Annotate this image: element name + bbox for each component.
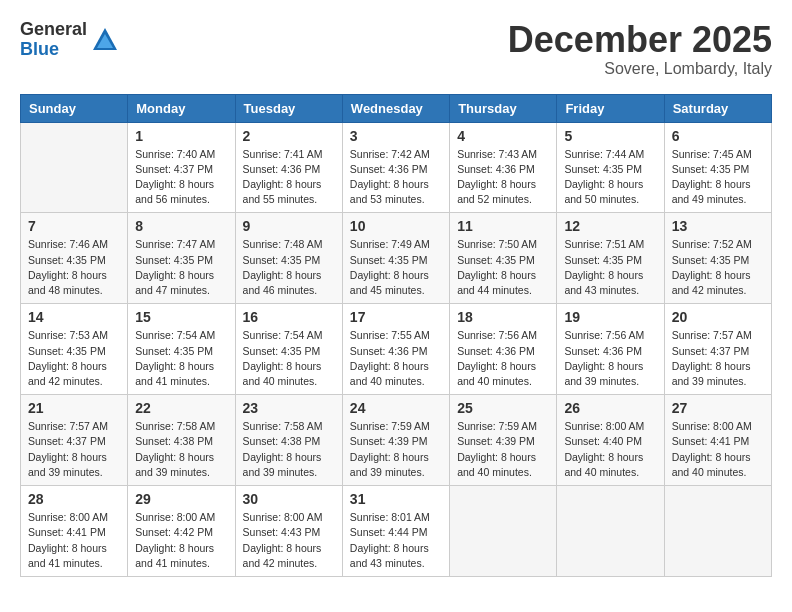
calendar-week-row: 14Sunrise: 7:53 AMSunset: 4:35 PMDayligh… [21, 304, 772, 395]
calendar-cell: 9Sunrise: 7:48 AMSunset: 4:35 PMDaylight… [235, 213, 342, 304]
day-number: 18 [457, 309, 549, 325]
calendar-table: SundayMondayTuesdayWednesdayThursdayFrid… [20, 94, 772, 577]
day-number: 5 [564, 128, 656, 144]
logo-general-text: General [20, 20, 87, 40]
calendar-cell: 25Sunrise: 7:59 AMSunset: 4:39 PMDayligh… [450, 395, 557, 486]
calendar-cell: 20Sunrise: 7:57 AMSunset: 4:37 PMDayligh… [664, 304, 771, 395]
day-number: 15 [135, 309, 227, 325]
day-number: 7 [28, 218, 120, 234]
page-header: General Blue December 2025 Sovere, Lomba… [20, 20, 772, 78]
day-info: Sunrise: 7:52 AMSunset: 4:35 PMDaylight:… [672, 237, 764, 298]
day-number: 16 [243, 309, 335, 325]
calendar-cell: 28Sunrise: 8:00 AMSunset: 4:41 PMDayligh… [21, 486, 128, 577]
day-number: 26 [564, 400, 656, 416]
weekday-header-friday: Friday [557, 94, 664, 122]
calendar-cell: 29Sunrise: 8:00 AMSunset: 4:42 PMDayligh… [128, 486, 235, 577]
day-info: Sunrise: 7:48 AMSunset: 4:35 PMDaylight:… [243, 237, 335, 298]
day-info: Sunrise: 8:00 AMSunset: 4:40 PMDaylight:… [564, 419, 656, 480]
day-info: Sunrise: 7:42 AMSunset: 4:36 PMDaylight:… [350, 147, 442, 208]
calendar-cell: 10Sunrise: 7:49 AMSunset: 4:35 PMDayligh… [342, 213, 449, 304]
day-info: Sunrise: 7:56 AMSunset: 4:36 PMDaylight:… [457, 328, 549, 389]
day-number: 12 [564, 218, 656, 234]
month-title: December 2025 [508, 20, 772, 60]
day-number: 14 [28, 309, 120, 325]
calendar-cell: 12Sunrise: 7:51 AMSunset: 4:35 PMDayligh… [557, 213, 664, 304]
calendar-cell: 22Sunrise: 7:58 AMSunset: 4:38 PMDayligh… [128, 395, 235, 486]
calendar-cell: 11Sunrise: 7:50 AMSunset: 4:35 PMDayligh… [450, 213, 557, 304]
calendar-cell: 14Sunrise: 7:53 AMSunset: 4:35 PMDayligh… [21, 304, 128, 395]
day-info: Sunrise: 7:59 AMSunset: 4:39 PMDaylight:… [350, 419, 442, 480]
day-number: 19 [564, 309, 656, 325]
day-info: Sunrise: 8:00 AMSunset: 4:41 PMDaylight:… [28, 510, 120, 571]
calendar-cell: 13Sunrise: 7:52 AMSunset: 4:35 PMDayligh… [664, 213, 771, 304]
weekday-header-thursday: Thursday [450, 94, 557, 122]
weekday-header-tuesday: Tuesday [235, 94, 342, 122]
day-info: Sunrise: 7:44 AMSunset: 4:35 PMDaylight:… [564, 147, 656, 208]
day-number: 30 [243, 491, 335, 507]
calendar-cell: 30Sunrise: 8:00 AMSunset: 4:43 PMDayligh… [235, 486, 342, 577]
day-number: 13 [672, 218, 764, 234]
weekday-header-sunday: Sunday [21, 94, 128, 122]
weekday-header-monday: Monday [128, 94, 235, 122]
day-info: Sunrise: 7:43 AMSunset: 4:36 PMDaylight:… [457, 147, 549, 208]
calendar-cell: 23Sunrise: 7:58 AMSunset: 4:38 PMDayligh… [235, 395, 342, 486]
title-block: December 2025 Sovere, Lombardy, Italy [508, 20, 772, 78]
calendar-cell: 26Sunrise: 8:00 AMSunset: 4:40 PMDayligh… [557, 395, 664, 486]
day-info: Sunrise: 7:57 AMSunset: 4:37 PMDaylight:… [672, 328, 764, 389]
day-number: 22 [135, 400, 227, 416]
day-info: Sunrise: 7:54 AMSunset: 4:35 PMDaylight:… [243, 328, 335, 389]
calendar-cell [21, 122, 128, 213]
calendar-cell: 24Sunrise: 7:59 AMSunset: 4:39 PMDayligh… [342, 395, 449, 486]
calendar-cell: 31Sunrise: 8:01 AMSunset: 4:44 PMDayligh… [342, 486, 449, 577]
day-info: Sunrise: 7:56 AMSunset: 4:36 PMDaylight:… [564, 328, 656, 389]
day-info: Sunrise: 8:00 AMSunset: 4:41 PMDaylight:… [672, 419, 764, 480]
day-number: 17 [350, 309, 442, 325]
weekday-header-wednesday: Wednesday [342, 94, 449, 122]
day-info: Sunrise: 8:00 AMSunset: 4:43 PMDaylight:… [243, 510, 335, 571]
calendar-cell: 1Sunrise: 7:40 AMSunset: 4:37 PMDaylight… [128, 122, 235, 213]
day-number: 10 [350, 218, 442, 234]
calendar-cell: 8Sunrise: 7:47 AMSunset: 4:35 PMDaylight… [128, 213, 235, 304]
day-info: Sunrise: 8:01 AMSunset: 4:44 PMDaylight:… [350, 510, 442, 571]
day-number: 1 [135, 128, 227, 144]
calendar-cell [557, 486, 664, 577]
calendar-cell: 16Sunrise: 7:54 AMSunset: 4:35 PMDayligh… [235, 304, 342, 395]
calendar-cell: 2Sunrise: 7:41 AMSunset: 4:36 PMDaylight… [235, 122, 342, 213]
calendar-cell: 27Sunrise: 8:00 AMSunset: 4:41 PMDayligh… [664, 395, 771, 486]
day-info: Sunrise: 7:58 AMSunset: 4:38 PMDaylight:… [243, 419, 335, 480]
day-info: Sunrise: 7:40 AMSunset: 4:37 PMDaylight:… [135, 147, 227, 208]
calendar-cell: 21Sunrise: 7:57 AMSunset: 4:37 PMDayligh… [21, 395, 128, 486]
day-info: Sunrise: 7:45 AMSunset: 4:35 PMDaylight:… [672, 147, 764, 208]
day-number: 24 [350, 400, 442, 416]
day-number: 3 [350, 128, 442, 144]
day-info: Sunrise: 7:50 AMSunset: 4:35 PMDaylight:… [457, 237, 549, 298]
day-number: 31 [350, 491, 442, 507]
calendar-cell: 7Sunrise: 7:46 AMSunset: 4:35 PMDaylight… [21, 213, 128, 304]
day-number: 20 [672, 309, 764, 325]
day-number: 9 [243, 218, 335, 234]
day-number: 25 [457, 400, 549, 416]
day-number: 4 [457, 128, 549, 144]
day-number: 27 [672, 400, 764, 416]
logo-icon [91, 26, 119, 54]
day-info: Sunrise: 7:41 AMSunset: 4:36 PMDaylight:… [243, 147, 335, 208]
day-info: Sunrise: 7:51 AMSunset: 4:35 PMDaylight:… [564, 237, 656, 298]
calendar-cell: 17Sunrise: 7:55 AMSunset: 4:36 PMDayligh… [342, 304, 449, 395]
calendar-cell: 6Sunrise: 7:45 AMSunset: 4:35 PMDaylight… [664, 122, 771, 213]
calendar-cell [450, 486, 557, 577]
day-info: Sunrise: 7:47 AMSunset: 4:35 PMDaylight:… [135, 237, 227, 298]
day-info: Sunrise: 7:54 AMSunset: 4:35 PMDaylight:… [135, 328, 227, 389]
day-number: 8 [135, 218, 227, 234]
calendar-cell: 4Sunrise: 7:43 AMSunset: 4:36 PMDaylight… [450, 122, 557, 213]
day-info: Sunrise: 7:55 AMSunset: 4:36 PMDaylight:… [350, 328, 442, 389]
calendar-header-row: SundayMondayTuesdayWednesdayThursdayFrid… [21, 94, 772, 122]
day-number: 28 [28, 491, 120, 507]
day-number: 29 [135, 491, 227, 507]
calendar-week-row: 21Sunrise: 7:57 AMSunset: 4:37 PMDayligh… [21, 395, 772, 486]
day-info: Sunrise: 7:57 AMSunset: 4:37 PMDaylight:… [28, 419, 120, 480]
calendar-cell: 3Sunrise: 7:42 AMSunset: 4:36 PMDaylight… [342, 122, 449, 213]
logo: General Blue [20, 20, 119, 60]
day-number: 21 [28, 400, 120, 416]
calendar-cell: 5Sunrise: 7:44 AMSunset: 4:35 PMDaylight… [557, 122, 664, 213]
day-info: Sunrise: 7:49 AMSunset: 4:35 PMDaylight:… [350, 237, 442, 298]
